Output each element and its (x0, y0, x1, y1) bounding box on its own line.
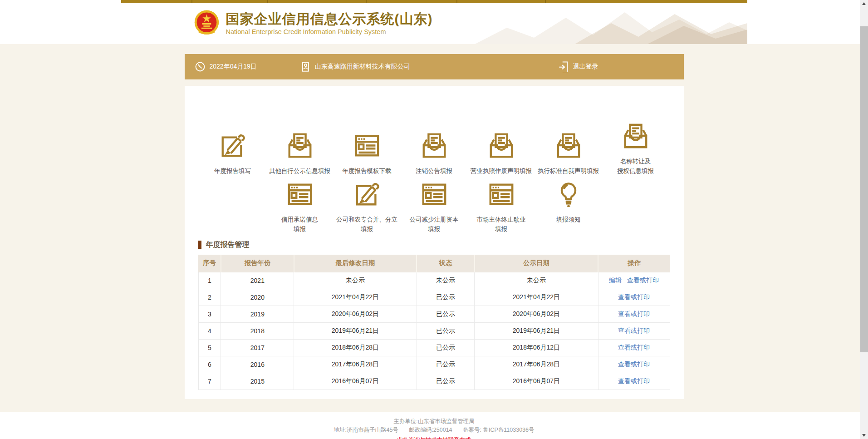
cell-published: 2021年04月22日 (475, 289, 598, 306)
cell-published: 2018年06月12日 (475, 339, 598, 356)
cell-no: 2 (198, 289, 221, 306)
cell-published: 2016年06月07日 (475, 373, 598, 390)
col-header-year: 报告年份 (221, 255, 294, 272)
logout-icon (558, 61, 569, 73)
shortcut-merger-division[interactable]: 公司和农专合并、分立 填报 (333, 180, 401, 234)
shortcut-template-download[interactable]: 年度报告模板下载 (333, 132, 401, 176)
table-row: 3 2019 2020年06月02日 已公示 2020年06月02日 查看或打印 (198, 306, 670, 322)
shortcut-label: 填报须知 (556, 215, 581, 224)
shortcut-label: 公司和农专合并、分立 填报 (336, 215, 397, 234)
col-header-status: 状态 (417, 255, 475, 272)
top-nav-segment (121, 0, 192, 3)
shortcut-row-1: 年度报告填写 其他自行公示信息填报 年度报告模板下载 注销公告填报 营业执照作废… (198, 120, 670, 176)
inbox-document-icon (486, 132, 516, 160)
footer-icp-record: 备案号: 鲁ICP备11033036号 (463, 427, 534, 433)
shortcut-row-2: 信用承诺信息 填报 公司和农专合并、分立 填报 公司减少注册资本 填报 市场主体… (198, 180, 670, 236)
cell-year: 2018 (221, 322, 294, 339)
cell-modified: 2017年06月28日 (294, 356, 417, 373)
view-print-link[interactable]: 查看或打印 (618, 327, 650, 334)
cell-modified: 2021年04月22日 (294, 289, 417, 306)
cell-year: 2019 (221, 306, 294, 322)
table-row: 1 2021 未公示 未公示 未公示 编辑 查看或打印 (198, 272, 670, 289)
shortcut-filling-instructions[interactable]: 填报须知 (535, 180, 602, 224)
cell-actions: 查看或打印 (598, 289, 670, 306)
current-date: 2022年04月19日 (195, 61, 257, 73)
shortcut-label: 注销公告填报 (416, 166, 452, 176)
china-national-emblem-icon (194, 10, 220, 37)
cell-actions: 查看或打印 (598, 356, 670, 373)
shortcut-business-termination[interactable]: 市场主体终止歇业 填报 (468, 180, 535, 234)
edit-link[interactable]: 编辑 (609, 276, 622, 284)
company-name-label: 山东高速路用新材料技术有限公司 (315, 63, 410, 71)
top-nav-segment (457, 0, 546, 3)
support-contact-link[interactable]: 业务咨询与技术支持联系方式 (397, 436, 471, 439)
current-date-label: 2022年04月19日 (210, 63, 257, 71)
cell-published: 2019年06月21日 (475, 322, 598, 339)
cell-no: 1 (198, 272, 221, 289)
view-print-link[interactable]: 查看或打印 (627, 276, 659, 284)
scrollbar-thumb[interactable] (860, 26, 868, 352)
scrollbar-down-arrow-icon[interactable] (862, 434, 866, 437)
view-print-link[interactable]: 查看或打印 (618, 310, 650, 317)
shortcut-label: 公司减少注册资本 填报 (410, 215, 459, 234)
lightbulb-icon (554, 180, 584, 208)
shortcut-label: 营业执照作废声明填报 (471, 166, 532, 176)
cell-actions: 编辑 查看或打印 (598, 272, 670, 289)
header-band: 国家企业信用信息公示系统(山东) National Enterprise Cre… (0, 0, 868, 44)
table-row: 5 2017 2018年06月28日 已公示 2018年06月12日 查看或打印 (198, 339, 670, 356)
view-print-link[interactable]: 查看或打印 (618, 377, 650, 385)
shortcut-label: 执行标准自我声明填报 (538, 166, 599, 176)
shortcut-cancellation-notice[interactable]: 注销公告填报 (401, 132, 468, 176)
shortcut-capital-reduction[interactable]: 公司减少注册资本 填报 (401, 180, 468, 234)
cell-year: 2017 (221, 339, 294, 356)
cell-modified: 2018年06月28日 (294, 339, 417, 356)
cell-status: 已公示 (417, 322, 475, 339)
logout-label: 退出登录 (573, 63, 598, 71)
main-band: 2022年04月19日 山东高速路用新材料技术有限公司 退出登录 年度报告填写 … (0, 54, 868, 412)
inbox-document-icon (554, 132, 584, 160)
cell-status: 已公示 (417, 339, 475, 356)
browser-scrollbar[interactable] (860, 0, 868, 439)
shortcut-label: 名称转让及 授权信息填报 (617, 157, 654, 176)
cell-actions: 查看或打印 (598, 322, 670, 339)
shortcut-standard-self-declaration[interactable]: 执行标准自我声明填报 (535, 132, 602, 176)
shortcut-credit-commitment[interactable]: 信用承诺信息 填报 (266, 180, 333, 234)
view-print-link[interactable]: 查看或打印 (618, 293, 650, 301)
cell-no: 7 (198, 373, 221, 390)
top-nav-segment (367, 0, 457, 3)
shortcut-annual-report-write[interactable]: 年度报告填写 (199, 132, 266, 176)
inbox-document-icon (419, 132, 449, 160)
cell-status: 未公示 (417, 272, 475, 289)
col-header-published: 公示日期 (475, 255, 598, 272)
logged-in-company: 山东高速路用新材料技术有限公司 (300, 61, 410, 73)
shortcut-license-void-declaration[interactable]: 营业执照作废声明填报 (468, 132, 535, 176)
shortcut-other-public-info[interactable]: 其他自行公示信息填报 (266, 132, 333, 176)
cell-no: 5 (198, 339, 221, 356)
cell-actions: 查看或打印 (598, 373, 670, 390)
cell-no: 6 (198, 356, 221, 373)
annual-report-table: 序号 报告年份 最后修改日期 状态 公示日期 操作 1 2021 未公示 未公示 (198, 255, 670, 390)
shortcut-label: 信用承诺信息 填报 (281, 215, 318, 234)
shortcut-label: 市场主体终止歇业 填报 (477, 215, 526, 234)
cell-year: 2015 (221, 373, 294, 390)
logout-button[interactable]: 退出登录 (558, 61, 598, 73)
top-nav-bar (121, 0, 747, 3)
section-title: 年度报告管理 (206, 240, 250, 250)
footer: 主办单位:山东省市场监督管理局 地址:济南市燕子山路45号 邮政编码:25001… (0, 412, 868, 439)
cell-modified: 2020年06月02日 (294, 306, 417, 322)
browser-table-icon (419, 180, 449, 208)
browser-table-icon (486, 180, 516, 208)
top-nav-segment (192, 0, 268, 3)
view-print-link[interactable]: 查看或打印 (618, 360, 650, 368)
scrollbar-up-arrow-icon[interactable] (862, 2, 866, 5)
shortcut-label: 其他自行公示信息填报 (269, 166, 330, 176)
cell-actions: 查看或打印 (598, 306, 670, 322)
col-header-no: 序号 (198, 255, 221, 272)
shortcut-label: 年度报告填写 (214, 166, 251, 176)
browser-table-icon (285, 180, 315, 208)
edit-pencil-icon (218, 132, 248, 160)
cell-status: 已公示 (417, 289, 475, 306)
cell-status: 已公示 (417, 373, 475, 390)
shortcut-name-transfer-authorization[interactable]: 名称转让及 授权信息填报 (602, 122, 669, 176)
view-print-link[interactable]: 查看或打印 (618, 344, 650, 351)
